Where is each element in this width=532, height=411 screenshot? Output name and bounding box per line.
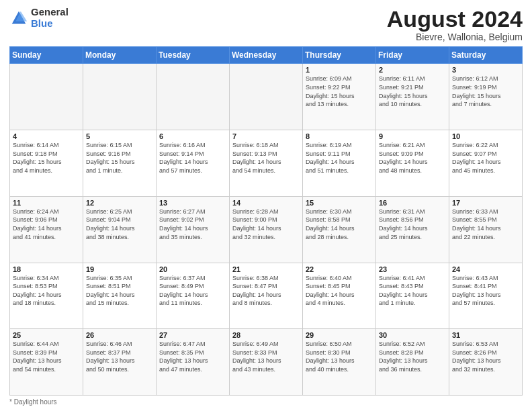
day-number: 4 [13, 132, 80, 140]
calendar-cell: 23Sunrise: 6:41 AM Sunset: 8:43 PM Dayli… [376, 263, 449, 329]
day-info: Sunrise: 6:40 AM Sunset: 8:45 PM Dayligh… [306, 274, 373, 308]
day-info: Sunrise: 6:19 AM Sunset: 9:11 PM Dayligh… [306, 141, 373, 175]
day-number: 20 [159, 265, 226, 273]
page: General Blue August 2024 Bievre, Walloni… [0, 0, 532, 411]
calendar-cell: 2Sunrise: 6:11 AM Sunset: 9:21 PM Daylig… [376, 64, 449, 130]
calendar-cell: 4Sunrise: 6:14 AM Sunset: 9:18 PM Daylig… [10, 130, 83, 197]
calendar-cell: 20Sunrise: 6:37 AM Sunset: 8:49 PM Dayli… [157, 263, 230, 329]
calendar-week-row: 4Sunrise: 6:14 AM Sunset: 9:18 PM Daylig… [10, 130, 523, 197]
day-number: 13 [159, 199, 226, 207]
calendar-day-header: Thursday [303, 47, 376, 64]
calendar-cell: 22Sunrise: 6:40 AM Sunset: 8:45 PM Dayli… [303, 263, 376, 329]
title-section: August 2024 Bievre, Wallonia, Belgium [387, 7, 523, 42]
calendar-cell: 27Sunrise: 6:47 AM Sunset: 8:35 PM Dayli… [157, 329, 230, 396]
day-number: 9 [379, 132, 446, 140]
calendar-cell [10, 64, 83, 130]
day-info: Sunrise: 6:34 AM Sunset: 8:53 PM Dayligh… [13, 274, 80, 308]
day-number: 8 [306, 132, 373, 140]
day-number: 7 [232, 132, 300, 140]
logo-icon [9, 9, 28, 28]
day-number: 10 [452, 132, 519, 140]
day-number: 26 [86, 331, 153, 339]
calendar-cell: 25Sunrise: 6:44 AM Sunset: 8:39 PM Dayli… [10, 329, 83, 396]
day-info: Sunrise: 6:44 AM Sunset: 8:39 PM Dayligh… [13, 340, 80, 373]
day-number: 19 [86, 265, 153, 273]
day-info: Sunrise: 6:24 AM Sunset: 9:06 PM Dayligh… [13, 208, 80, 241]
day-number: 24 [452, 265, 519, 273]
calendar-day-header: Sunday [10, 47, 83, 64]
day-info: Sunrise: 6:52 AM Sunset: 8:28 PM Dayligh… [379, 340, 446, 373]
day-info: Sunrise: 6:49 AM Sunset: 8:33 PM Dayligh… [232, 340, 300, 373]
calendar-cell: 17Sunrise: 6:33 AM Sunset: 8:55 PM Dayli… [449, 196, 523, 263]
day-info: Sunrise: 6:18 AM Sunset: 9:13 PM Dayligh… [232, 141, 300, 175]
day-number: 21 [232, 265, 300, 273]
day-number: 27 [159, 331, 226, 339]
calendar-cell: 31Sunrise: 6:53 AM Sunset: 8:26 PM Dayli… [449, 329, 523, 396]
day-number: 25 [13, 331, 80, 339]
day-number: 30 [379, 331, 446, 339]
calendar-day-header: Friday [376, 47, 449, 64]
calendar-cell: 14Sunrise: 6:28 AM Sunset: 9:00 PM Dayli… [230, 196, 303, 263]
calendar-cell: 10Sunrise: 6:22 AM Sunset: 9:07 PM Dayli… [449, 130, 523, 197]
day-info: Sunrise: 6:12 AM Sunset: 9:19 PM Dayligh… [452, 75, 519, 108]
day-info: Sunrise: 6:31 AM Sunset: 8:56 PM Dayligh… [379, 208, 446, 241]
calendar-week-row: 1Sunrise: 6:09 AM Sunset: 9:22 PM Daylig… [10, 64, 523, 130]
day-info: Sunrise: 6:27 AM Sunset: 9:02 PM Dayligh… [159, 208, 226, 241]
day-number: 2 [379, 66, 446, 74]
logo-text: General Blue [31, 7, 69, 29]
calendar-cell: 15Sunrise: 6:30 AM Sunset: 8:58 PM Dayli… [303, 196, 376, 263]
calendar-cell [230, 64, 303, 130]
day-number: 6 [159, 132, 226, 140]
calendar-cell: 28Sunrise: 6:49 AM Sunset: 8:33 PM Dayli… [230, 329, 303, 396]
calendar-cell: 29Sunrise: 6:50 AM Sunset: 8:30 PM Dayli… [303, 329, 376, 396]
day-number: 12 [86, 199, 153, 207]
calendar-day-header: Wednesday [230, 47, 303, 64]
location: Bievre, Wallonia, Belgium [387, 32, 523, 42]
calendar-cell [83, 64, 157, 130]
calendar-cell: 24Sunrise: 6:43 AM Sunset: 8:41 PM Dayli… [449, 263, 523, 329]
logo-general: General [31, 7, 69, 18]
calendar-day-header: Saturday [449, 47, 523, 64]
day-info: Sunrise: 6:38 AM Sunset: 8:47 PM Dayligh… [232, 274, 300, 308]
day-number: 14 [232, 199, 300, 207]
calendar-table: SundayMondayTuesdayWednesdayThursdayFrid… [9, 46, 523, 396]
day-info: Sunrise: 6:53 AM Sunset: 8:26 PM Dayligh… [452, 340, 519, 373]
calendar-cell: 6Sunrise: 6:16 AM Sunset: 9:14 PM Daylig… [157, 130, 230, 197]
calendar-cell: 16Sunrise: 6:31 AM Sunset: 8:56 PM Dayli… [376, 196, 449, 263]
day-number: 29 [306, 331, 373, 339]
calendar-cell: 19Sunrise: 6:35 AM Sunset: 8:51 PM Dayli… [83, 263, 157, 329]
calendar-cell: 12Sunrise: 6:25 AM Sunset: 9:04 PM Dayli… [83, 196, 157, 263]
calendar-cell: 7Sunrise: 6:18 AM Sunset: 9:13 PM Daylig… [230, 130, 303, 197]
day-info: Sunrise: 6:41 AM Sunset: 8:43 PM Dayligh… [379, 274, 446, 308]
logo-blue: Blue [31, 18, 69, 30]
header: General Blue August 2024 Bievre, Walloni… [9, 7, 523, 42]
day-number: 15 [306, 199, 373, 207]
day-info: Sunrise: 6:25 AM Sunset: 9:04 PM Dayligh… [86, 208, 153, 241]
calendar-cell: 1Sunrise: 6:09 AM Sunset: 9:22 PM Daylig… [303, 64, 376, 130]
logo: General Blue [9, 7, 69, 29]
day-info: Sunrise: 6:50 AM Sunset: 8:30 PM Dayligh… [306, 340, 373, 373]
day-info: Sunrise: 6:35 AM Sunset: 8:51 PM Dayligh… [86, 274, 153, 308]
day-info: Sunrise: 6:09 AM Sunset: 9:22 PM Dayligh… [306, 75, 373, 108]
calendar-cell: 9Sunrise: 6:21 AM Sunset: 9:09 PM Daylig… [376, 130, 449, 197]
calendar-cell: 26Sunrise: 6:46 AM Sunset: 8:37 PM Dayli… [83, 329, 157, 396]
day-number: 1 [306, 66, 373, 74]
calendar-cell: 18Sunrise: 6:34 AM Sunset: 8:53 PM Dayli… [10, 263, 83, 329]
calendar-week-row: 18Sunrise: 6:34 AM Sunset: 8:53 PM Dayli… [10, 263, 523, 329]
calendar-cell: 13Sunrise: 6:27 AM Sunset: 9:02 PM Dayli… [157, 196, 230, 263]
calendar-header-row: SundayMondayTuesdayWednesdayThursdayFrid… [10, 47, 523, 64]
calendar-week-row: 11Sunrise: 6:24 AM Sunset: 9:06 PM Dayli… [10, 196, 523, 263]
day-info: Sunrise: 6:21 AM Sunset: 9:09 PM Dayligh… [379, 141, 446, 175]
day-number: 16 [379, 199, 446, 207]
day-info: Sunrise: 6:43 AM Sunset: 8:41 PM Dayligh… [452, 274, 519, 308]
day-info: Sunrise: 6:46 AM Sunset: 8:37 PM Dayligh… [86, 340, 153, 373]
calendar-cell: 21Sunrise: 6:38 AM Sunset: 8:47 PM Dayli… [230, 263, 303, 329]
day-number: 11 [13, 199, 80, 207]
day-info: Sunrise: 6:16 AM Sunset: 9:14 PM Dayligh… [159, 141, 226, 175]
calendar-cell: 5Sunrise: 6:15 AM Sunset: 9:16 PM Daylig… [83, 130, 157, 197]
day-info: Sunrise: 6:33 AM Sunset: 8:55 PM Dayligh… [452, 208, 519, 241]
calendar-cell: 30Sunrise: 6:52 AM Sunset: 8:28 PM Dayli… [376, 329, 449, 396]
day-number: 3 [452, 66, 519, 74]
day-info: Sunrise: 6:37 AM Sunset: 8:49 PM Dayligh… [159, 274, 226, 308]
calendar-cell: 8Sunrise: 6:19 AM Sunset: 9:11 PM Daylig… [303, 130, 376, 197]
